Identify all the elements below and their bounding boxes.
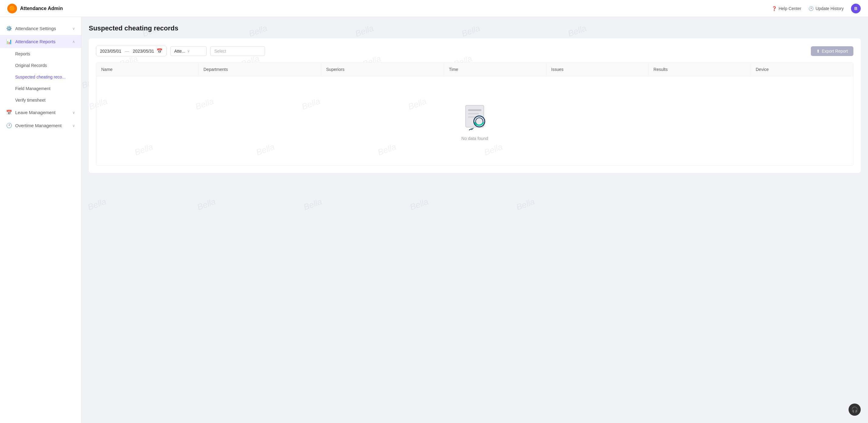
sidebar-item-leave-management[interactable]: 📅 Leave Management ∨: [0, 106, 81, 119]
col-issues: Issues: [547, 63, 649, 76]
col-name: Name: [96, 63, 198, 76]
calendar-icon: 📅: [157, 48, 163, 54]
sidebar-sub-item-suspected-cheating[interactable]: Suspected cheating reco...: [0, 71, 81, 83]
chevron-down-icon: ∨: [72, 123, 75, 128]
chevron-up-icon: ∧: [72, 39, 75, 44]
date-range-picker[interactable]: 2023/05/01 — 2023/05/31 📅: [96, 46, 166, 56]
chevron-down-icon: ∨: [72, 110, 75, 115]
col-superiors: Superiors: [321, 63, 444, 76]
date-start: 2023/05/01: [100, 49, 121, 54]
svg-rect-1: [468, 109, 482, 111]
employee-select[interactable]: Select: [210, 46, 265, 56]
main-content: Bella Bella Bella Bella Bella Bella Bell…: [82, 17, 868, 423]
content-card: Bella Bella Bella Bella Bella Bella Bell…: [89, 38, 861, 173]
col-time: Time: [444, 63, 546, 76]
sidebar: ⚙️ Attendance Settings ∨ 📊 Attendance Re…: [0, 17, 82, 423]
empty-state: No data found: [96, 76, 853, 165]
sidebar-item-overtime-management[interactable]: 🕐 Overtime Management ∨: [0, 119, 81, 132]
table-header: Name Departments Superiors Time Issues: [96, 63, 853, 76]
reports-icon: 📊: [6, 39, 12, 45]
help-center-button[interactable]: ❓ Help Center: [772, 6, 801, 11]
app-logo: 🟠 Attendance Admin: [7, 4, 63, 13]
overtime-icon: 🕐: [6, 123, 12, 129]
filters-row: 2023/05/01 — 2023/05/31 📅 Atte... ∨ Sele…: [96, 46, 854, 56]
export-icon: ⬆: [816, 49, 820, 54]
avatar[interactable]: B: [851, 4, 861, 13]
app-layout: ⚙️ Attendance Settings ∨ 📊 Attendance Re…: [0, 17, 868, 423]
date-end: 2023/05/31: [133, 49, 154, 54]
sidebar-sub-item-field-management[interactable]: Field Management: [0, 83, 81, 94]
leave-icon: 📅: [6, 110, 12, 115]
type-dropdown[interactable]: Atte... ∨: [170, 46, 207, 56]
support-button[interactable]: 🎧: [848, 403, 861, 416]
logo-icon: 🟠: [7, 4, 17, 13]
app-header: 🟠 Attendance Admin ❓ Help Center 🕐 Updat…: [0, 0, 868, 17]
update-history-button[interactable]: 🕐 Update History: [808, 6, 844, 11]
help-icon: ❓: [772, 6, 777, 11]
empty-illustration: [457, 101, 493, 131]
empty-text: No data found: [461, 136, 488, 141]
dropdown-value: Atte...: [174, 49, 185, 54]
header-actions: ❓ Help Center 🕐 Update History B: [772, 4, 861, 13]
svg-rect-2: [468, 113, 479, 114]
history-icon: 🕐: [808, 6, 814, 11]
sidebar-sub-item-reports[interactable]: Reports: [0, 48, 81, 60]
sidebar-item-attendance-settings[interactable]: ⚙️ Attendance Settings ∨: [0, 22, 81, 35]
data-table: Name Departments Superiors Time Issues: [96, 62, 854, 166]
app-title: Attendance Admin: [20, 6, 63, 11]
support-icon: 🎧: [851, 406, 858, 413]
col-device: Device: [751, 63, 853, 76]
sidebar-sub-item-original-records[interactable]: Original Records: [0, 60, 81, 71]
chevron-down-icon: ∨: [72, 26, 75, 31]
export-report-button[interactable]: ⬆ Export Report: [811, 46, 854, 56]
sidebar-item-attendance-reports[interactable]: 📊 Attendance Reports ∧: [0, 35, 81, 48]
page-title: Suspected cheating records: [89, 24, 861, 32]
col-departments: Departments: [198, 63, 321, 76]
settings-icon: ⚙️: [6, 26, 12, 31]
svg-line-6: [469, 129, 472, 130]
sidebar-sub-item-verify-timesheet[interactable]: Verify timesheet: [0, 94, 81, 106]
chevron-down-icon: ∨: [187, 49, 190, 53]
col-results: Results: [649, 63, 751, 76]
